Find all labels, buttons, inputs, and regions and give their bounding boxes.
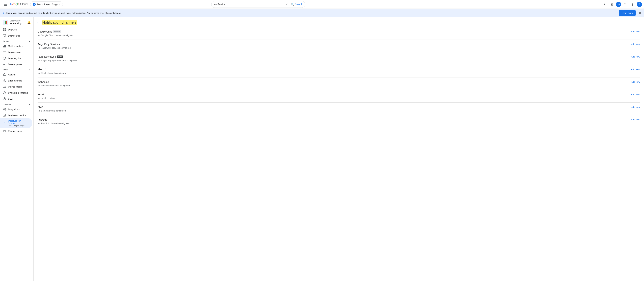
- channel-add-new-pubsub[interactable]: Add New: [631, 118, 640, 121]
- svg-rect-3: [6, 20, 7, 24]
- channel-name-google-chat: Google ChatPreview: [38, 30, 62, 33]
- channel-no-config-webhooks: No webhook channels configured: [38, 84, 640, 87]
- sidebar-logs-label: Logs explorer: [8, 51, 29, 54]
- sidebar-item-dashboards[interactable]: Dashboards: [0, 33, 32, 39]
- cloud-shell-button[interactable]: ▣: [608, 1, 615, 8]
- project-selector[interactable]: Demo Project Singh ▾: [30, 1, 63, 8]
- svg-rect-6: [3, 30, 4, 31]
- sidebar-bell-icon[interactable]: 🔔: [27, 21, 31, 24]
- channel-help-icon-slack[interactable]: ?: [45, 68, 46, 71]
- detect-section-header[interactable]: Detect ▲: [0, 67, 33, 72]
- bookmark-button[interactable]: ✦: [601, 1, 608, 8]
- sidebar-item-alerting[interactable]: Alerting: [0, 72, 32, 78]
- content-area: ← Notification channels Google ChatPrevi…: [34, 17, 644, 281]
- svg-rect-10: [4, 36, 6, 37]
- channel-no-config-google-chat: No Google Chat channels configured: [38, 34, 640, 36]
- svg-point-24: [4, 98, 5, 99]
- scopes-icon: [3, 122, 6, 125]
- sidebar-item-log-analytics[interactable]: Log analytics: [0, 55, 32, 61]
- sidebar-item-synthetic-monitoring[interactable]: Synthetic monitoring: [0, 90, 32, 96]
- sidebar-item-release-notes[interactable]: Release Notes: [0, 128, 32, 134]
- sidebar-release-notes-label: Release Notes: [8, 130, 29, 132]
- main-layout: Observability Monitoring 🔔 Overview Dash…: [0, 17, 644, 281]
- channel-section-slack: Slack?Add NewNo Slack channels configure…: [38, 65, 640, 78]
- sidebar-item-integrations[interactable]: Integrations: [0, 106, 32, 112]
- channel-no-config-pagerduty-services: No PagerDuty services configured: [38, 46, 640, 49]
- channel-add-new-webhooks[interactable]: Add New: [631, 81, 640, 83]
- explore-section-header[interactable]: Explore ▲: [0, 39, 33, 43]
- svg-rect-2: [5, 21, 6, 24]
- sidebar-item-logs-explorer[interactable]: Logs explorer: [0, 49, 32, 55]
- channel-add-new-slack[interactable]: Add New: [631, 68, 640, 70]
- help-icon: ?: [624, 2, 626, 6]
- sidebar-item-error-reporting[interactable]: Error reporting: [0, 78, 32, 84]
- avatar-initial: S: [639, 3, 640, 6]
- svg-rect-9: [3, 36, 4, 37]
- configure-section-header[interactable]: Configure ▲: [0, 102, 33, 106]
- sidebar-slos-label: SLOs: [8, 98, 29, 100]
- svg-rect-12: [4, 45, 5, 48]
- integrations-icon: [3, 108, 6, 111]
- channel-name-email: Email: [38, 93, 44, 96]
- channel-header-slack: Slack?Add New: [38, 68, 640, 71]
- channel-add-new-sms[interactable]: Add New: [631, 106, 640, 108]
- svg-rect-21: [3, 86, 6, 88]
- search-clear-button[interactable]: ✕: [286, 3, 288, 6]
- log-metrics-icon: [3, 114, 6, 117]
- channel-no-config-pubsub: No Pub/Sub channels configured: [38, 122, 640, 124]
- svg-rect-7: [4, 30, 6, 31]
- sidebar-uptime-label: Uptime checks: [8, 86, 29, 88]
- google-cloud-logo[interactable]: Google Cloud: [10, 2, 28, 6]
- banner-text: Secure your account and protect your dat…: [6, 12, 617, 14]
- sidebar-item-slos[interactable]: SLOs: [0, 96, 32, 102]
- chevron-down-icon: ▾: [59, 3, 60, 6]
- sidebar-item-overview[interactable]: Overview: [0, 27, 32, 33]
- topbar: Google Cloud Demo Project Singh ▾ ✕ 🔍 Se…: [0, 0, 644, 9]
- back-button[interactable]: ←: [36, 20, 40, 24]
- svg-point-23: [4, 92, 5, 93]
- channels-list: Google ChatPreviewAdd NewNo Google Chat …: [34, 27, 644, 128]
- sidebar-item-trace-explorer[interactable]: Trace explorer: [0, 61, 32, 67]
- banner-close-button[interactable]: ✕: [639, 11, 641, 15]
- sidebar-overview-label: Overview: [8, 28, 29, 31]
- more-options-button[interactable]: ⋮: [629, 1, 636, 8]
- sidebar-item-metrics-explorer[interactable]: Metrics explorer: [0, 43, 32, 49]
- channel-add-new-pagerduty-sync[interactable]: Add New: [631, 56, 640, 58]
- svg-rect-30: [3, 114, 6, 116]
- channel-name-pubsub: Pub/Sub: [38, 118, 47, 121]
- error-icon: [3, 79, 6, 82]
- svg-point-27: [5, 110, 6, 110]
- channel-add-new-pagerduty-services[interactable]: Add New: [631, 43, 640, 46]
- detect-label: Detect: [3, 69, 8, 71]
- channel-add-new-email[interactable]: Add New: [631, 93, 640, 96]
- help-button[interactable]: ?: [622, 1, 628, 8]
- sidebar-item-uptime-checks[interactable]: Uptime checks: [0, 84, 32, 90]
- channel-section-pagerduty-sync: PagerDuty SyncBetaAdd NewNo PagerDuty Sy…: [38, 52, 640, 65]
- channel-name-slack: Slack?: [38, 68, 46, 71]
- grid-icon: [3, 28, 6, 31]
- hamburger-icon: [4, 3, 7, 6]
- notes-icon: [3, 129, 6, 132]
- sidebar-item-log-based-metrics[interactable]: Log-based metrics: [0, 112, 32, 118]
- topbar-actions: ✦ ▣ 10 ? ⋮ S: [601, 1, 642, 8]
- svg-rect-4: [3, 28, 4, 30]
- channel-no-config-sms: No SMS channels configured: [38, 110, 640, 112]
- svg-rect-5: [4, 28, 6, 30]
- search-button[interactable]: 🔍 Search: [289, 2, 302, 6]
- sidebar-error-label: Error reporting: [8, 80, 29, 82]
- learn-more-button[interactable]: Learn more: [619, 10, 636, 16]
- channel-add-new-google-chat[interactable]: Add New: [631, 30, 640, 33]
- sidebar-scopes-label: Observability Scopes: [8, 120, 27, 124]
- channel-no-config-email: No emails configured: [38, 97, 640, 100]
- hamburger-menu[interactable]: [2, 1, 9, 8]
- page-title: Notification channels: [42, 20, 77, 25]
- configure-label: Configure: [3, 103, 12, 105]
- user-avatar[interactable]: S: [636, 2, 642, 7]
- project-icon: [33, 3, 36, 6]
- sidebar-item-observability-scopes[interactable]: Observability Scopes Demo Project Singh …: [0, 118, 32, 128]
- svg-point-25: [3, 109, 4, 110]
- search-input[interactable]: [214, 3, 284, 6]
- analytics-icon: [3, 56, 6, 60]
- notifications-badge[interactable]: 10: [616, 2, 621, 7]
- sidebar-synthetic-label: Synthetic monitoring: [8, 92, 29, 94]
